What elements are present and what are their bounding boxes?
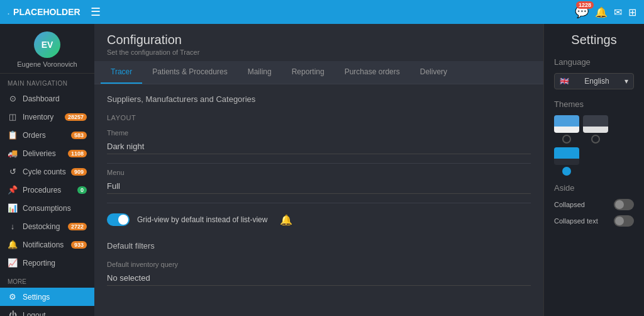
bell-icon[interactable]: 🔔 (595, 6, 608, 18)
cycle-counts-icon: ↺ (8, 167, 18, 176)
sidebar-item-label: Destocking (23, 222, 63, 231)
inventory-badge: 28257 (65, 113, 87, 121)
destocking-badge: 2722 (68, 223, 87, 230)
default-filters-heading: Default filters (107, 241, 531, 251)
sidebar-item-label: Inventory (23, 113, 60, 121)
notifications-badge: 933 (71, 241, 87, 249)
themes-grid (554, 115, 634, 176)
tab-patients[interactable]: Patients & Procedures (142, 61, 237, 84)
hamburger-menu-icon[interactable]: ☰ (91, 5, 101, 19)
collapsed-text-label: Collapsed text (554, 217, 598, 225)
menu-label: Menu (107, 169, 531, 176)
tab-mailing[interactable]: Mailing (238, 61, 282, 84)
sidebar-item-reporting[interactable]: 📈 Reporting (0, 254, 94, 272)
sidebar-item-dashboard[interactable]: ⊙ Dashboard (0, 89, 94, 108)
dashboard-icon: ⊙ (8, 94, 18, 103)
sidebar-item-label: Consumptions (23, 204, 87, 213)
collapsed-row: Collapsed (554, 199, 634, 210)
chevron-down-icon: ▾ (625, 77, 628, 86)
settings-panel: Settings Language 🇬🇧 English ▾ Themes (543, 24, 644, 316)
sidebar-item-label: Orders (23, 131, 66, 140)
tab-purchase-orders[interactable]: Purchase orders (335, 61, 410, 84)
logo-name: PLACEHOLDER (13, 7, 80, 17)
sidebar-item-inventory[interactable]: ◫ Inventory 28257 (0, 108, 94, 126)
collapsed-text-toggle[interactable] (614, 215, 634, 227)
aside-section-title: Aside (554, 183, 634, 193)
deliveries-badge: 1108 (68, 150, 87, 157)
collapsed-toggle[interactable] (614, 199, 634, 210)
divider2 (107, 203, 531, 203)
theme-radio-blue[interactable] (562, 167, 571, 176)
app-logo: . PLACEHOLDER (8, 7, 80, 17)
collapsed-text-row: Collapsed text (554, 215, 634, 227)
default-filters-section: Default filters Default inventory query (107, 241, 531, 286)
default-inventory-query-input[interactable] (107, 271, 531, 286)
theme-label: Theme (107, 129, 531, 137)
grid-view-toggle[interactable] (107, 213, 130, 226)
language-select[interactable]: 🇬🇧 English ▾ (554, 73, 634, 89)
config-tabs: Tracer Patients & Procedures Mailing Rep… (94, 61, 543, 84)
main-nav-title: Main Navigation (0, 74, 94, 89)
themes-section-title: Themes (554, 99, 634, 109)
user-profile: EV Eugene Voronovich (0, 24, 94, 74)
sidebar-item-orders[interactable]: 📋 Orders 583 (0, 126, 94, 144)
sidebar-item-label: Reporting (23, 259, 87, 268)
grid-icon[interactable]: ⊞ (628, 6, 636, 18)
notifications-button[interactable]: 💬 1228 (575, 5, 589, 19)
default-inventory-query-field: Default inventory query (107, 261, 531, 286)
tab-delivery[interactable]: Delivery (410, 61, 457, 84)
theme-radio-light[interactable] (562, 135, 571, 144)
orders-icon: 📋 (8, 130, 18, 140)
sidebar-item-settings[interactable]: ⚙ Settings (0, 288, 94, 306)
notifications-icon: 🔔 (8, 240, 18, 249)
consumptions-icon: 📊 (8, 203, 18, 213)
page-subtitle: Set the configuration of Tracer (107, 48, 531, 56)
grid-view-toggle-row: Grid-view by default instead of list-vie… (107, 208, 531, 231)
language-section-title: Language (554, 57, 634, 67)
sidebar-item-logout[interactable]: ⏻ Logout (0, 306, 94, 316)
reporting-icon: 📈 (8, 258, 18, 268)
theme-swatch-dark[interactable] (583, 115, 608, 144)
sidebar-item-procedures[interactable]: 📌 Procedures 0 (0, 181, 94, 199)
menu-input[interactable] (107, 179, 531, 194)
inventory-icon: ◫ (8, 112, 18, 121)
page-title: Configuration (107, 33, 531, 47)
sidebar-item-label: Logout (23, 311, 87, 317)
content-area: Configuration Set the configuration of T… (94, 24, 543, 316)
divider (107, 163, 531, 164)
sidebar-item-label: Deliveries (23, 149, 63, 158)
logout-icon: ⏻ (8, 310, 18, 316)
page-header: Configuration Set the configuration of T… (94, 24, 543, 61)
topbar: . PLACEHOLDER ☰ 💬 1228 🔔 ✉ ⊞ (0, 0, 644, 24)
logo-dot: . (8, 8, 9, 16)
settings-icon: ⚙ (8, 292, 18, 302)
theme-swatch-blue[interactable] (554, 147, 579, 176)
theme-input[interactable] (107, 139, 531, 154)
sidebar-item-notifications[interactable]: 🔔 Notifications 933 (0, 235, 94, 254)
sidebar-item-destocking[interactable]: ↓ Destocking 2722 (0, 217, 94, 235)
sidebar-item-deliveries[interactable]: 🚚 Deliveries 1108 (0, 144, 94, 162)
default-inventory-query-label: Default inventory query (107, 261, 531, 268)
aside-section: Aside Collapsed Collapsed text (554, 183, 634, 227)
username-label: Eugene Voronovich (17, 60, 77, 68)
message-icon[interactable]: ✉ (614, 6, 622, 18)
section-heading: Suppliers, Manufacturers and Categories (107, 94, 531, 104)
flag-icon: 🇬🇧 (560, 77, 569, 86)
sidebar: EV Eugene Voronovich Main Navigation ⊙ D… (0, 24, 94, 316)
main-layout: EV Eugene Voronovich Main Navigation ⊙ D… (0, 24, 644, 316)
tab-tracer[interactable]: Tracer (101, 61, 142, 84)
layout-subtitle: Layout (107, 114, 531, 121)
sidebar-item-consumptions[interactable]: 📊 Consumptions (0, 199, 94, 217)
theme-field: Theme (107, 129, 531, 154)
sidebar-item-cycle-counts[interactable]: ↺ Cycle counts 909 (0, 162, 94, 181)
sidebar-item-label: Cycle counts (23, 167, 66, 176)
tab-reporting[interactable]: Reporting (282, 61, 335, 84)
sidebar-item-label: Settings (23, 293, 87, 302)
settings-panel-title: Settings (554, 33, 634, 47)
notification-badge: 1228 (576, 1, 594, 9)
avatar: EV (34, 31, 60, 58)
language-value: English (584, 77, 609, 86)
config-content: Suppliers, Manufacturers and Categories … (94, 84, 543, 305)
theme-swatch-light[interactable] (554, 115, 579, 144)
theme-radio-dark[interactable] (591, 135, 600, 144)
